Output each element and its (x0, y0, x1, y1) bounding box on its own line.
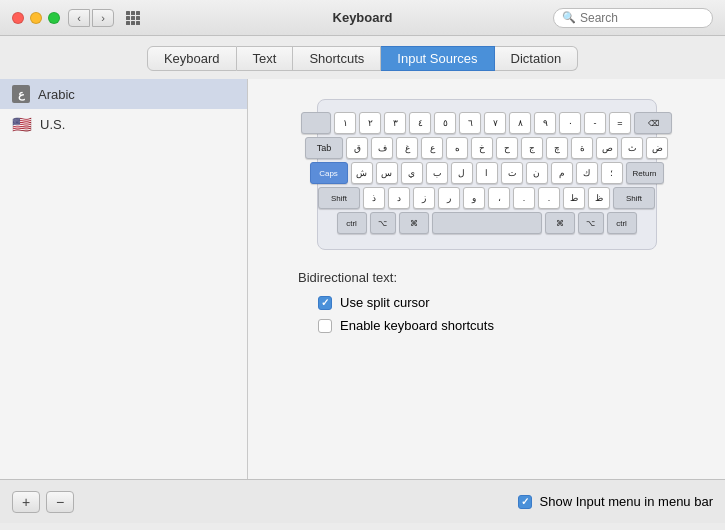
traffic-lights (12, 12, 60, 24)
key-f: ب (426, 162, 448, 184)
key-caps: Caps (310, 162, 348, 184)
minimize-button[interactable] (30, 12, 42, 24)
key-enter: Return (626, 162, 664, 184)
key-k: ن (526, 162, 548, 184)
key-i: ج (521, 137, 543, 159)
key-q: ق (346, 137, 368, 159)
key-r: ع (421, 137, 443, 159)
grid-icon (126, 11, 140, 25)
key-row-5: ctrl ⌥ ⌘ ⌘ ⌥ ctrl (328, 212, 646, 234)
arabic-label: Arabic (38, 87, 75, 102)
enable-shortcuts-checkbox[interactable] (318, 319, 332, 333)
close-button[interactable] (12, 12, 24, 24)
tab-keyboard[interactable]: Keyboard (147, 46, 237, 71)
key-alt: ⌥ (370, 212, 396, 234)
key-num7: ٧ (484, 112, 506, 134)
key-z: ذ (363, 187, 385, 209)
key-j: ت (501, 162, 523, 184)
key-equals: = (609, 112, 631, 134)
maximize-button[interactable] (48, 12, 60, 24)
bottom-bar: + − Show Input menu in menu bar (0, 479, 725, 523)
search-input[interactable] (580, 11, 700, 25)
key-period: ط (563, 187, 585, 209)
grid-button[interactable] (122, 9, 144, 27)
key-row-1: ١ ٢ ٣ ٤ ٥ ٦ ٧ ٨ ٩ ٠ - = ⌫ (328, 112, 646, 134)
key-num9: ٩ (534, 112, 556, 134)
key-num5: ٥ (434, 112, 456, 134)
back-button[interactable]: ‹ (68, 9, 90, 27)
key-g: ل (451, 162, 473, 184)
key-backspace: ⌫ (634, 112, 672, 134)
key-x: د (388, 187, 410, 209)
main-content: ع Arabic 🇺🇸 U.S. ١ ٢ ٣ ٤ ٥ ٦ ٧ ٨ ٩ ٠ (0, 79, 725, 479)
titlebar: ‹ › Keyboard 🔍 (0, 0, 725, 36)
key-num1: ١ (334, 112, 356, 134)
key-shift-l: Shift (318, 187, 360, 209)
key-h: ا (476, 162, 498, 184)
enable-shortcuts-label: Enable keyboard shortcuts (340, 318, 494, 333)
key-cmd: ⌘ (399, 212, 429, 234)
key-y: خ (471, 137, 493, 159)
bottom-right: Show Input menu in menu bar (518, 494, 713, 509)
key-num0: ٠ (559, 112, 581, 134)
remove-button[interactable]: − (46, 491, 74, 513)
key-c: ز (413, 187, 435, 209)
key-num2: ٢ (359, 112, 381, 134)
use-split-cursor-label: Use split cursor (340, 295, 430, 310)
key-bracket-l: ص (596, 137, 618, 159)
sidebar-item-us[interactable]: 🇺🇸 U.S. (0, 109, 247, 140)
key-u: ح (496, 137, 518, 159)
right-panel: ١ ٢ ٣ ٤ ٥ ٦ ٧ ٨ ٩ ٠ - = ⌫ Tab ق ف غ ع (248, 79, 725, 479)
key-num3: ٣ (384, 112, 406, 134)
key-row-3: Caps ش س ي ب ل ا ت ن م ك ؛ Return (328, 162, 646, 184)
key-tab-top (301, 112, 331, 134)
us-label: U.S. (40, 117, 65, 132)
sidebar: ع Arabic 🇺🇸 U.S. (0, 79, 248, 479)
key-minus: - (584, 112, 606, 134)
arabic-icon: ع (12, 85, 30, 103)
nav-buttons: ‹ › (68, 9, 114, 27)
key-semi: ك (576, 162, 598, 184)
key-bracket-r: ث (621, 137, 643, 159)
key-ctrl-r: ctrl (607, 212, 637, 234)
add-button[interactable]: + (12, 491, 40, 513)
key-s: س (376, 162, 398, 184)
key-o: چ (546, 137, 568, 159)
key-alt-r: ⌥ (578, 212, 604, 234)
titlebar-left: ‹ › (12, 9, 144, 27)
key-space (432, 212, 542, 234)
search-box[interactable]: 🔍 (553, 8, 713, 28)
tab-shortcuts[interactable]: Shortcuts (293, 46, 381, 71)
tab-text[interactable]: Text (237, 46, 294, 71)
options-section: Bidirectional text: Use split cursor Ena… (278, 270, 695, 341)
key-row-4: Shift ذ د ز ر و ، . . ط ظ Shift (328, 187, 646, 209)
forward-button[interactable]: › (92, 9, 114, 27)
keyboard-visualization: ١ ٢ ٣ ٤ ٥ ٦ ٧ ٨ ٩ ٠ - = ⌫ Tab ق ف غ ع (317, 99, 657, 250)
use-split-cursor-row: Use split cursor (298, 295, 695, 310)
window-title: Keyboard (333, 10, 393, 25)
enable-shortcuts-row: Enable keyboard shortcuts (298, 318, 695, 333)
tabs-bar: Keyboard Text Shortcuts Input Sources Di… (0, 36, 725, 79)
tab-dictation[interactable]: Dictation (495, 46, 579, 71)
bidirectional-label: Bidirectional text: (298, 270, 695, 285)
key-comma: . (538, 187, 560, 209)
sidebar-item-arabic[interactable]: ع Arabic (0, 79, 247, 109)
key-num4: ٤ (409, 112, 431, 134)
show-menu-checkbox[interactable] (518, 495, 532, 509)
use-split-cursor-checkbox[interactable] (318, 296, 332, 310)
key-slash: ظ (588, 187, 610, 209)
tab-input-sources[interactable]: Input Sources (381, 46, 494, 71)
key-w: ف (371, 137, 393, 159)
show-menu-label: Show Input menu in menu bar (540, 494, 713, 509)
key-shift-r: Shift (613, 187, 655, 209)
key-m: . (513, 187, 535, 209)
key-t: ه (446, 137, 468, 159)
key-b: و (463, 187, 485, 209)
key-e: غ (396, 137, 418, 159)
key-num8: ٨ (509, 112, 531, 134)
key-backslash: ض (646, 137, 668, 159)
us-flag-icon: 🇺🇸 (12, 115, 32, 134)
key-quote: ؛ (601, 162, 623, 184)
key-l: م (551, 162, 573, 184)
key-ctrl: ctrl (337, 212, 367, 234)
